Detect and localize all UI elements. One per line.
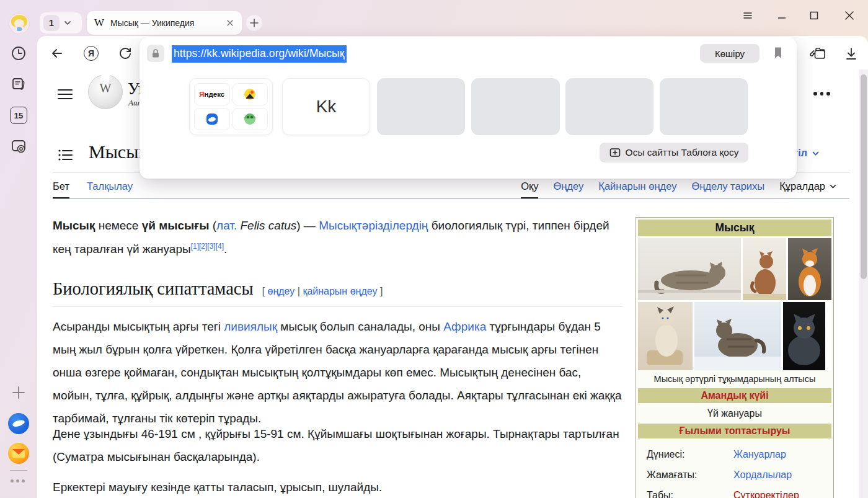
tablo-tile-empty-3[interactable]: [565, 78, 653, 135]
tab-edit-source[interactable]: Қайнарын өңдеу: [598, 180, 676, 192]
tab-close-icon[interactable]: [226, 19, 234, 27]
back-icon[interactable]: [48, 45, 66, 62]
nav-divider: [53, 198, 849, 199]
window-maximize-button[interactable]: [808, 9, 820, 22]
cat-photo-chartreux[interactable]: [783, 302, 825, 370]
taxon-rank: Жамағаты:: [647, 469, 733, 481]
tablo-tile-current-site[interactable]: Kk: [282, 78, 370, 135]
infobox-image-grid: [638, 238, 831, 370]
avatar-bow: [17, 27, 22, 31]
tab-history[interactable]: Өңделу тарихы: [691, 180, 764, 192]
new-tab-button[interactable]: [246, 15, 262, 31]
cat-photo-tabby-shelf[interactable]: [638, 238, 741, 300]
yandex-disk-icon[interactable]: [194, 108, 230, 130]
body-paragraph-2: Дене ұзындығы 46-191 см , құйрығы 15-91 …: [53, 422, 623, 468]
ref-1[interactable]: [1]: [191, 242, 199, 251]
africa-link[interactable]: Африка: [443, 320, 486, 333]
chevron-down-icon: [829, 182, 837, 190]
url-input[interactable]: https://kk.wikipedia.org/wiki/Мысық: [172, 45, 347, 63]
cat-photo-siamese[interactable]: [638, 302, 693, 370]
calendar-badge[interactable]: 15: [10, 107, 27, 124]
ref-2[interactable]: [2]: [199, 242, 207, 251]
window-menu-button[interactable]: [742, 9, 754, 22]
yandex-games-icon[interactable]: [232, 108, 268, 130]
tablo-tile-yandex[interactable]: Яндекс: [189, 78, 273, 135]
add-panel-icon[interactable]: [10, 384, 27, 401]
libyan-cat-link[interactable]: ливиялық: [224, 320, 277, 333]
yandex-search-icon[interactable]: Я: [82, 45, 100, 62]
collections-icon[interactable]: [809, 45, 828, 63]
page-nav-right: Оқу Өңдеу Қайнарын өңдеу Өңделу тарихы Қ…: [508, 180, 837, 192]
scrollbar-thumb[interactable]: [861, 74, 867, 279]
taxon-link-phylum[interactable]: Хордалылар: [733, 469, 792, 481]
yandex-mail-icon[interactable]: [8, 443, 29, 464]
sidebar-divider: [10, 470, 27, 471]
lock-icon[interactable]: [147, 45, 164, 62]
cat-photo-snow-tabby[interactable]: [694, 302, 781, 370]
felidae-link[interactable]: Мысықтәрізділердің: [319, 219, 428, 232]
edit-source-link[interactable]: қайнарын өңдеу: [303, 286, 377, 296]
downloads-icon[interactable]: [842, 45, 861, 63]
window-close-button[interactable]: [843, 9, 856, 22]
taxon-rank: Дүниесі:: [647, 449, 733, 460]
window-minimize-button[interactable]: [776, 9, 788, 22]
infobox-title: Мысық: [638, 220, 831, 236]
tab-page[interactable]: Бет: [53, 180, 69, 192]
body-paragraph-3: Еркектері мауығу кезінде қатты таласып, …: [53, 476, 623, 498]
add-to-tablo-button[interactable]: Осы сайтты Таблоға қосу: [600, 143, 748, 162]
chevron-down-icon: [63, 19, 72, 27]
cat-photo-ginger[interactable]: [788, 238, 831, 300]
latin-link[interactable]: лат.: [216, 219, 237, 232]
tab-group-selector[interactable]: 1: [40, 12, 82, 33]
page-nav-left: Бет Талқылау: [53, 180, 133, 192]
active-tab[interactable]: W Мысық — Уикипедия: [87, 11, 242, 35]
yandex-logo[interactable]: Яндекс: [194, 83, 230, 105]
yandex-letter: Я: [84, 46, 99, 61]
wiki-menu-icon[interactable]: [57, 86, 73, 102]
table-row: Дүниесі: Жануарлар: [647, 444, 829, 465]
taxon-rank: Табы:: [647, 490, 733, 498]
yandex-browser-logo[interactable]: [8, 413, 29, 434]
taxonomy-header: Ғылыми топтастыруы: [638, 424, 831, 438]
bookmark-icon[interactable]: [771, 45, 786, 60]
browser-logo-sail: [12, 419, 25, 428]
wikipedia-favicon: W: [94, 17, 104, 29]
status-header: Амандық күйі: [638, 388, 831, 403]
omnibox-popup: https://kk.wikipedia.org/wiki/Мысық Көші…: [140, 37, 797, 179]
refresh-icon[interactable]: [117, 45, 134, 62]
tablo-tile-empty-4[interactable]: [660, 78, 748, 135]
yandex-images-icon[interactable]: [232, 83, 268, 105]
tab-edit[interactable]: Өңдеу: [553, 180, 583, 192]
wiki-more-icon[interactable]: [813, 92, 830, 96]
notes-icon[interactable]: [10, 75, 27, 92]
cat-photo-abyssinian[interactable]: [743, 238, 786, 300]
table-row: Жамағаты: Хордалылар: [647, 465, 829, 485]
wikipedia-logo[interactable]: W: [88, 74, 124, 112]
history-icon[interactable]: [10, 45, 27, 62]
wikipedia-globe: W: [88, 74, 123, 109]
browser-window: 1 W Мысық — Уикипедия 15: [0, 0, 868, 498]
sidebar-more-icon[interactable]: [11, 479, 25, 482]
tab-read[interactable]: Оқу: [521, 180, 538, 192]
edit-link[interactable]: өңдеу: [268, 286, 295, 296]
ref-3[interactable]: [3]: [207, 242, 215, 251]
taxon-link-kingdom[interactable]: Жануарлар: [733, 449, 786, 460]
profile-avatar[interactable]: [9, 13, 30, 34]
screenshot-icon[interactable]: [10, 138, 27, 155]
add-square-icon: [609, 147, 621, 158]
taxon-link-class[interactable]: Сүтқоректілер: [733, 490, 799, 498]
copy-url-button[interactable]: Көшіру: [700, 44, 760, 63]
chevron-down-icon: [812, 149, 820, 158]
taxonomy-rows: Дүниесі: Жануарлар Жамағаты: Хордалылар …: [638, 440, 831, 498]
tab-talk[interactable]: Талқылау: [87, 180, 133, 192]
section-heading-row: Биологиялық сипаттамасы [ өңдеу | қайнар…: [53, 279, 623, 307]
tab-tools[interactable]: Құралдар: [779, 180, 837, 192]
add-to-tablo-label: Осы сайтты Таблоға қосу: [626, 147, 739, 158]
section-heading: Биологиялық сипаттамасы: [53, 279, 254, 299]
ref-4[interactable]: [4]: [216, 242, 224, 251]
mail-flap: [12, 449, 25, 455]
contents-list-icon[interactable]: [57, 147, 73, 163]
tablo-tile-empty-2[interactable]: [471, 78, 560, 135]
tablo-tile-empty-1[interactable]: [377, 78, 465, 135]
taxobox: Мысық Мысық әртүрлі тұқымдарының алтысы …: [636, 217, 834, 498]
